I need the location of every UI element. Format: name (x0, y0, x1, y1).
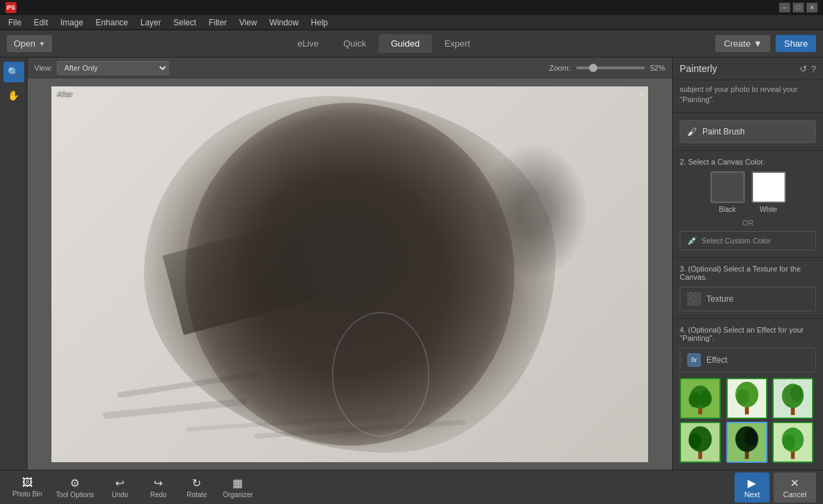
menu-help[interactable]: Help (305, 16, 333, 29)
open-button[interactable]: Open ▼ (7, 35, 52, 52)
bottom-actions: ▶ Next ✕ Cancel (735, 472, 816, 503)
title-bar-controls: ─ □ ✕ (779, 3, 818, 12)
create-label: Create (724, 38, 750, 49)
photo-bin-button[interactable]: 🖼 Photo Bin (7, 474, 47, 501)
canvas-close-icon[interactable]: × (639, 89, 644, 99)
bottom-tools: 🖼 Photo Bin ⚙ Tool Options ↩ Undo ↪ Redo… (7, 474, 259, 501)
menu-enhance[interactable]: Enhance (90, 16, 133, 29)
effect-thumb-6[interactable] (772, 422, 813, 463)
top-toolbar: Open ▼ eLive Quick Guided Expert Create … (0, 30, 823, 58)
organizer-button[interactable]: ▦ Organizer (217, 474, 259, 501)
tree-svg-3 (774, 379, 812, 418)
menu-layer[interactable]: Layer (135, 16, 167, 29)
tab-quick[interactable]: Quick (331, 34, 379, 53)
minimize-button[interactable]: ─ (779, 3, 790, 12)
title-bar-left: PS (5, 2, 16, 13)
svg-point-29 (783, 435, 796, 450)
photo-bin-label: Photo Bin (12, 490, 42, 498)
menu-view[interactable]: View (234, 16, 263, 29)
menu-edit[interactable]: Edit (28, 16, 53, 29)
panel-description: subject of your photo to reveal your "Pa… (673, 80, 823, 113)
view-label: View: (34, 64, 53, 72)
svg-point-21 (689, 433, 702, 448)
effect-thumb-4[interactable] (680, 422, 721, 463)
tool-options-label: Tool Options (56, 491, 94, 499)
mode-tabs: eLive Quick Guided Expert (285, 34, 483, 53)
paint-brush-button[interactable]: 🖌 Paint Brush (680, 120, 816, 143)
white-color-swatch[interactable] (752, 171, 786, 203)
create-button[interactable]: Create ▼ (715, 35, 770, 52)
panel-title: Painterly (680, 63, 717, 74)
effect-button[interactable]: fx Effect (680, 348, 816, 372)
zoom-tool[interactable]: 🔍 (3, 62, 24, 82)
photo-bin-icon: 🖼 (22, 477, 33, 489)
panel-icons: ↺ ? (800, 64, 816, 74)
undo-icon: ↩ (115, 477, 124, 490)
black-swatch-wrap: Black (711, 171, 745, 213)
cancel-label: Cancel (783, 490, 807, 499)
canvas-color-title: 2. Select a Canvas Color. (680, 158, 816, 166)
view-select[interactable]: After Only Before Only Before & After (H… (57, 61, 169, 75)
next-button[interactable]: ▶ Next (735, 472, 770, 503)
left-tools: 🔍 ✋ (0, 58, 27, 470)
tab-expert[interactable]: Expert (432, 34, 483, 53)
app-logo: PS (5, 2, 16, 13)
tool-options-icon: ⚙ (70, 477, 80, 490)
canvas-image (51, 86, 648, 462)
texture-label: Texture (706, 294, 733, 304)
effect-thumb-3[interactable] (772, 378, 813, 419)
canvas-wrap: After × (27, 78, 672, 470)
texture-icon (687, 292, 701, 306)
panel-refresh-icon[interactable]: ↺ (800, 64, 807, 74)
svg-point-17 (791, 385, 804, 401)
panel-header: Painterly ↺ ? (673, 58, 823, 80)
tree-svg-5 (728, 423, 766, 461)
undo-button[interactable]: ↩ Undo (102, 474, 138, 501)
menu-filter[interactable]: Filter (203, 16, 232, 29)
panel-help-icon[interactable]: ? (811, 64, 816, 74)
eyedropper-icon: 💉 (687, 236, 697, 245)
redo-button[interactable]: ↪ Redo (141, 474, 176, 501)
tree-svg-4 (681, 423, 719, 461)
organizer-icon: ▦ (232, 477, 243, 490)
right-panel: Painterly ↺ ? subject of your photo to r… (672, 58, 823, 470)
black-color-swatch[interactable] (711, 171, 745, 203)
hand-tool[interactable]: ✋ (3, 85, 24, 106)
close-button[interactable]: ✕ (807, 3, 818, 12)
tree-svg-6 (774, 423, 812, 461)
menu-image[interactable]: Image (55, 16, 88, 29)
effect-thumb-2[interactable] (726, 378, 767, 419)
cancel-button[interactable]: ✕ Cancel (774, 472, 816, 503)
hand-outline-svg (51, 86, 648, 462)
menu-file[interactable]: File (3, 16, 27, 29)
rotate-button[interactable]: ↻ Rotate (179, 474, 215, 501)
custom-color-button[interactable]: 💉 Select Custom Color (680, 231, 816, 250)
zoom-wrap: Zoom: 52% (549, 64, 665, 72)
redo-icon: ↪ (154, 477, 163, 490)
zoom-slider[interactable] (576, 67, 645, 69)
share-button[interactable]: Share (776, 35, 816, 52)
paint-brush-label: Paint Brush (702, 127, 745, 136)
svg-point-13 (737, 389, 750, 405)
tab-elive[interactable]: eLive (285, 34, 331, 53)
texture-button[interactable]: Texture (680, 287, 816, 311)
effect-label: Effect (706, 355, 727, 365)
effect-thumb-5[interactable] (726, 422, 767, 463)
fx-icon: fx (687, 353, 701, 367)
open-arrow-icon: ▼ (39, 40, 45, 47)
svg-point-9 (699, 390, 712, 407)
black-label: Black (719, 206, 735, 213)
zoom-value: 52% (650, 64, 665, 72)
white-label: White (760, 206, 778, 213)
maximize-button[interactable]: □ (793, 3, 804, 12)
next-label: Next (744, 490, 760, 499)
menu-window[interactable]: Window (264, 16, 305, 29)
tool-options-button[interactable]: ⚙ Tool Options (50, 474, 99, 501)
menu-select[interactable]: Select (168, 16, 202, 29)
effect-thumb-1[interactable] (680, 378, 721, 419)
svg-point-25 (744, 429, 757, 445)
canvas-color-section: 2. Select a Canvas Color. Black White OR… (673, 151, 823, 258)
rotate-icon: ↻ (192, 477, 201, 490)
tab-guided[interactable]: Guided (379, 34, 432, 53)
canvas-frame: After × (51, 86, 648, 462)
